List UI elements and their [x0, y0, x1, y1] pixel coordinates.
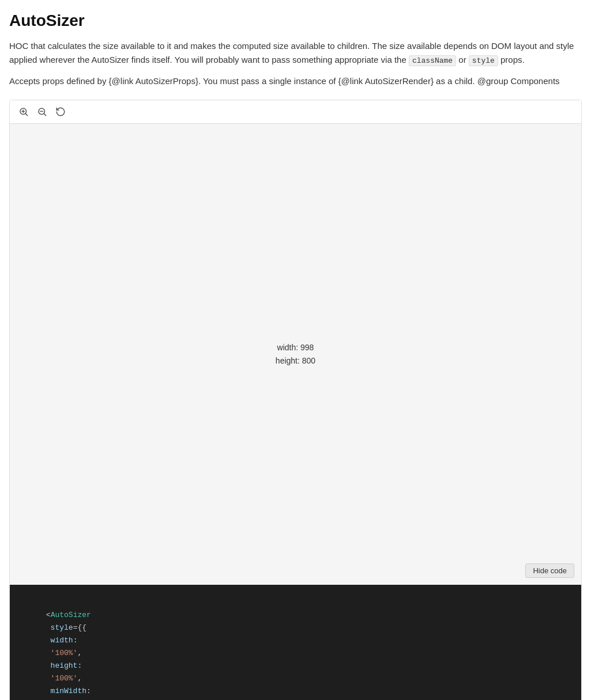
- zoom-in-button[interactable]: [17, 105, 31, 119]
- demo-container: width: 998 height: 800 Hide code <AutoSi…: [9, 100, 582, 700]
- classname-code: className: [409, 55, 456, 66]
- reset-zoom-button[interactable]: [54, 105, 67, 119]
- width-label: width: 998: [276, 341, 315, 354]
- size-info: width: 998 height: 800: [276, 341, 315, 367]
- demo-preview: width: 998 height: 800 Hide code: [10, 124, 581, 585]
- svg-line-6: [44, 113, 46, 115]
- accepts-props-text: Accepts props defined by {@link AutoSize…: [9, 74, 582, 88]
- zoom-out-icon: [37, 107, 47, 117]
- height-label: height: 800: [276, 354, 315, 367]
- zoom-in-icon: [18, 107, 29, 117]
- reset-icon: [55, 107, 66, 117]
- code-line-1: <AutoSizer style={{ width: '100%', heigh…: [19, 596, 572, 700]
- svg-line-3: [25, 113, 27, 115]
- code-block: <AutoSizer style={{ width: '100%', heigh…: [10, 585, 581, 700]
- demo-toolbar: [10, 100, 581, 124]
- page-title: AutoSizer: [9, 12, 582, 30]
- zoom-out-button[interactable]: [35, 105, 49, 119]
- style-code: style: [469, 55, 498, 66]
- hide-code-button[interactable]: Hide code: [525, 563, 574, 578]
- page-description: HOC that calculates the size available t…: [9, 39, 582, 67]
